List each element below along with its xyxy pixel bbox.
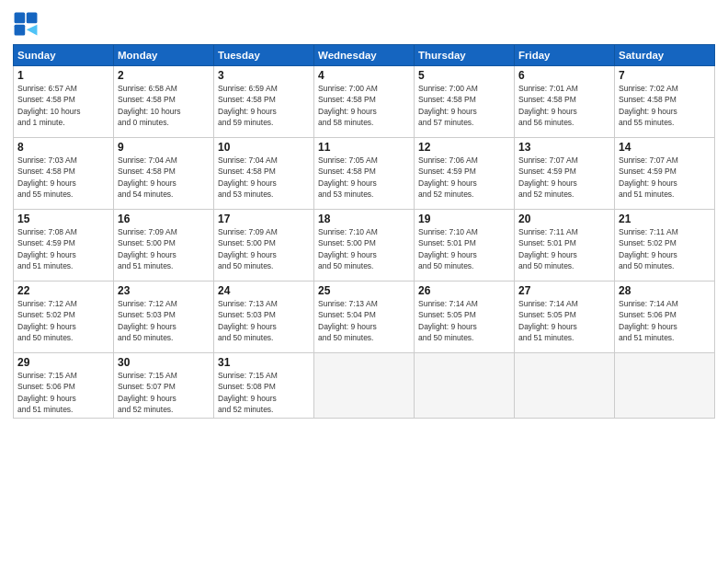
day-number: 18: [318, 213, 410, 225]
day-detail: Sunrise: 7:15 AM Sunset: 5:06 PM Dayligh…: [17, 370, 109, 415]
day-detail: Sunrise: 7:15 AM Sunset: 5:07 PM Dayligh…: [118, 370, 210, 415]
calendar-cell: 21Sunrise: 7:11 AM Sunset: 5:02 PM Dayli…: [615, 210, 715, 282]
day-number: 20: [518, 213, 610, 225]
calendar-cell: 26Sunrise: 7:14 AM Sunset: 5:05 PM Dayli…: [415, 282, 515, 353]
logo: [13, 11, 40, 37]
day-detail: Sunrise: 6:57 AM Sunset: 4:58 PM Dayligh…: [17, 83, 109, 128]
day-number: 12: [418, 141, 510, 154]
day-number: 19: [418, 213, 510, 225]
calendar-cell: 24Sunrise: 7:13 AM Sunset: 5:03 PM Dayli…: [214, 282, 314, 353]
calendar-cell: 16Sunrise: 7:09 AM Sunset: 5:00 PM Dayli…: [114, 210, 214, 282]
calendar-cell: [314, 353, 415, 419]
calendar-cell: 31Sunrise: 7:15 AM Sunset: 5:08 PM Dayli…: [214, 353, 314, 419]
day-detail: Sunrise: 7:09 AM Sunset: 5:00 PM Dayligh…: [118, 226, 210, 271]
day-number: 11: [318, 141, 410, 154]
day-number: 30: [118, 356, 210, 369]
day-detail: Sunrise: 7:01 AM Sunset: 4:58 PM Dayligh…: [518, 83, 610, 128]
calendar-cell: 23Sunrise: 7:12 AM Sunset: 5:03 PM Dayli…: [114, 282, 214, 353]
day-number: 23: [118, 284, 210, 297]
logo-icon: [13, 11, 39, 37]
day-number: 28: [619, 284, 711, 297]
day-number: 27: [518, 284, 610, 297]
day-detail: Sunrise: 7:07 AM Sunset: 4:59 PM Dayligh…: [619, 155, 711, 200]
day-detail: Sunrise: 7:10 AM Sunset: 5:01 PM Dayligh…: [418, 226, 510, 271]
calendar-cell: 14Sunrise: 7:07 AM Sunset: 4:59 PM Dayli…: [615, 138, 715, 210]
calendar-cell: [515, 353, 615, 419]
calendar-cell: 8Sunrise: 7:03 AM Sunset: 4:58 PM Daylig…: [14, 138, 114, 210]
day-header-thursday: Thursday: [415, 45, 515, 66]
day-number: 21: [619, 213, 711, 225]
day-number: 26: [418, 284, 510, 297]
day-number: 10: [218, 141, 310, 154]
svg-marker-3: [27, 25, 38, 36]
day-number: 13: [518, 141, 610, 154]
calendar-cell: 15Sunrise: 7:08 AM Sunset: 4:59 PM Dayli…: [14, 210, 114, 282]
calendar-cell: 30Sunrise: 7:15 AM Sunset: 5:07 PM Dayli…: [114, 353, 214, 419]
calendar-cell: 6Sunrise: 7:01 AM Sunset: 4:58 PM Daylig…: [515, 66, 615, 138]
calendar-cell: 11Sunrise: 7:05 AM Sunset: 4:58 PM Dayli…: [314, 138, 415, 210]
day-number: 6: [518, 69, 610, 82]
day-number: 14: [619, 141, 711, 154]
day-detail: Sunrise: 7:14 AM Sunset: 5:06 PM Dayligh…: [619, 298, 711, 343]
day-detail: Sunrise: 7:12 AM Sunset: 5:02 PM Dayligh…: [17, 298, 109, 343]
day-detail: Sunrise: 7:13 AM Sunset: 5:03 PM Dayligh…: [218, 298, 310, 343]
day-detail: Sunrise: 6:58 AM Sunset: 4:58 PM Dayligh…: [118, 83, 210, 128]
day-header-friday: Friday: [515, 45, 615, 66]
header-row: SundayMondayTuesdayWednesdayThursdayFrid…: [14, 45, 715, 66]
day-detail: Sunrise: 7:11 AM Sunset: 5:02 PM Dayligh…: [619, 226, 711, 271]
calendar-cell: [415, 353, 515, 419]
calendar-cell: 4Sunrise: 7:00 AM Sunset: 4:58 PM Daylig…: [314, 66, 415, 138]
calendar-cell: 7Sunrise: 7:02 AM Sunset: 4:58 PM Daylig…: [615, 66, 715, 138]
day-number: 24: [218, 284, 310, 297]
day-number: 31: [218, 356, 310, 369]
calendar-week-3: 15Sunrise: 7:08 AM Sunset: 4:59 PM Dayli…: [14, 210, 715, 282]
day-number: 1: [17, 69, 109, 82]
calendar-cell: 27Sunrise: 7:14 AM Sunset: 5:05 PM Dayli…: [515, 282, 615, 353]
calendar-cell: 2Sunrise: 6:58 AM Sunset: 4:58 PM Daylig…: [114, 66, 214, 138]
calendar-cell: 13Sunrise: 7:07 AM Sunset: 4:59 PM Dayli…: [515, 138, 615, 210]
day-number: 3: [218, 69, 310, 82]
day-header-monday: Monday: [114, 45, 214, 66]
day-detail: Sunrise: 7:12 AM Sunset: 5:03 PM Dayligh…: [118, 298, 210, 343]
day-detail: Sunrise: 7:04 AM Sunset: 4:58 PM Dayligh…: [118, 155, 210, 200]
day-detail: Sunrise: 7:07 AM Sunset: 4:59 PM Dayligh…: [518, 155, 610, 200]
day-detail: Sunrise: 7:14 AM Sunset: 5:05 PM Dayligh…: [518, 298, 610, 343]
day-number: 2: [118, 69, 210, 82]
calendar-cell: 9Sunrise: 7:04 AM Sunset: 4:58 PM Daylig…: [114, 138, 214, 210]
day-number: 22: [17, 284, 109, 297]
calendar-cell: 1Sunrise: 6:57 AM Sunset: 4:58 PM Daylig…: [14, 66, 114, 138]
calendar-cell: 29Sunrise: 7:15 AM Sunset: 5:06 PM Dayli…: [14, 353, 114, 419]
day-number: 25: [318, 284, 410, 297]
day-number: 5: [418, 69, 510, 82]
day-header-saturday: Saturday: [615, 45, 715, 66]
calendar-cell: 5Sunrise: 7:00 AM Sunset: 4:58 PM Daylig…: [415, 66, 515, 138]
calendar-cell: 19Sunrise: 7:10 AM Sunset: 5:01 PM Dayli…: [415, 210, 515, 282]
calendar-cell: 18Sunrise: 7:10 AM Sunset: 5:00 PM Dayli…: [314, 210, 415, 282]
calendar-cell: [615, 353, 715, 419]
day-detail: Sunrise: 6:59 AM Sunset: 4:58 PM Dayligh…: [218, 83, 310, 128]
day-detail: Sunrise: 7:03 AM Sunset: 4:58 PM Dayligh…: [17, 155, 109, 200]
day-number: 4: [318, 69, 410, 82]
calendar-cell: 25Sunrise: 7:13 AM Sunset: 5:04 PM Dayli…: [314, 282, 415, 353]
day-detail: Sunrise: 7:08 AM Sunset: 4:59 PM Dayligh…: [17, 226, 109, 271]
day-number: 17: [218, 213, 310, 225]
calendar-cell: 17Sunrise: 7:09 AM Sunset: 5:00 PM Dayli…: [214, 210, 314, 282]
day-header-tuesday: Tuesday: [214, 45, 314, 66]
calendar-cell: 3Sunrise: 6:59 AM Sunset: 4:58 PM Daylig…: [214, 66, 314, 138]
day-detail: Sunrise: 7:02 AM Sunset: 4:58 PM Dayligh…: [619, 83, 711, 128]
svg-rect-1: [27, 13, 38, 24]
header: [13, 11, 715, 37]
calendar-cell: 10Sunrise: 7:04 AM Sunset: 4:58 PM Dayli…: [214, 138, 314, 210]
svg-rect-0: [15, 13, 26, 24]
day-detail: Sunrise: 7:00 AM Sunset: 4:58 PM Dayligh…: [318, 83, 410, 128]
day-number: 7: [619, 69, 711, 82]
day-detail: Sunrise: 7:13 AM Sunset: 5:04 PM Dayligh…: [318, 298, 410, 343]
calendar-cell: 20Sunrise: 7:11 AM Sunset: 5:01 PM Dayli…: [515, 210, 615, 282]
day-detail: Sunrise: 7:06 AM Sunset: 4:59 PM Dayligh…: [418, 155, 510, 200]
page-container: SundayMondayTuesdayWednesdayThursdayFrid…: [0, 0, 728, 426]
day-detail: Sunrise: 7:00 AM Sunset: 4:58 PM Dayligh…: [418, 83, 510, 128]
calendar-week-1: 1Sunrise: 6:57 AM Sunset: 4:58 PM Daylig…: [14, 66, 715, 138]
day-header-sunday: Sunday: [14, 45, 114, 66]
day-number: 15: [17, 213, 109, 225]
day-header-wednesday: Wednesday: [314, 45, 415, 66]
